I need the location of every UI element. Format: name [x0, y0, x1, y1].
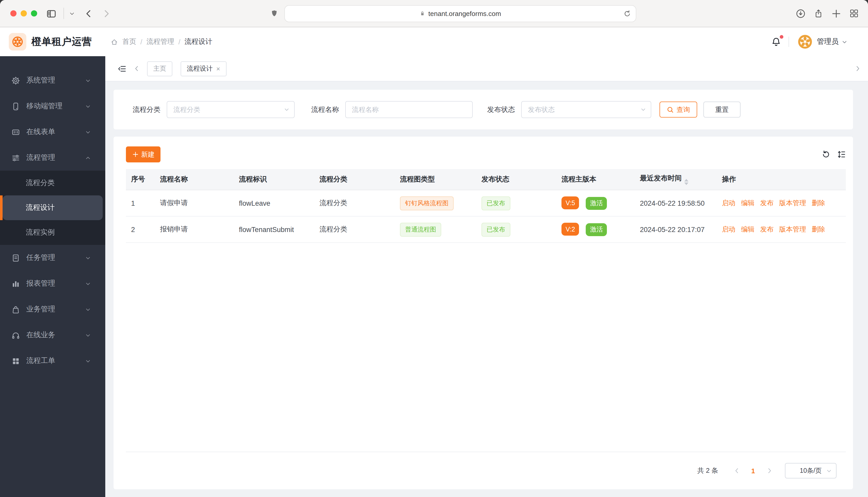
action-link[interactable]: 版本管理: [779, 225, 806, 233]
sidebar-item-label: 在线表单: [26, 127, 85, 137]
new-tab-icon[interactable]: [831, 9, 841, 18]
collapse-menu-icon[interactable]: [118, 64, 126, 73]
sidebar-item-business-management[interactable]: 业务管理: [0, 296, 105, 322]
row-density-icon[interactable]: [837, 150, 846, 159]
refresh-icon[interactable]: [822, 150, 830, 159]
flow-name-input[interactable]: [346, 106, 472, 113]
action-link[interactable]: 发布: [760, 225, 774, 233]
breadcrumb-home[interactable]: 首页: [122, 37, 136, 46]
tab-overview-icon[interactable]: [850, 9, 859, 18]
cell-category: 流程分类: [314, 190, 395, 216]
sidebar-subitem-flow-category[interactable]: 流程分类: [0, 171, 105, 195]
action-link[interactable]: 版本管理: [779, 199, 806, 207]
version-chip: V:5: [562, 197, 579, 210]
sidebar-item-label: 在线业务: [26, 330, 85, 340]
action-link[interactable]: 启动: [722, 199, 735, 207]
action-link[interactable]: 发布: [760, 199, 774, 207]
sidebar-toggle-icon[interactable]: [46, 9, 56, 18]
app-logo: [9, 33, 26, 51]
action-link[interactable]: 启动: [722, 225, 735, 233]
bag-icon: [11, 305, 20, 314]
tabs-scroll-right-icon[interactable]: [855, 66, 861, 72]
search-button[interactable]: 查询: [660, 102, 697, 117]
sidebar-item-mobile-management[interactable]: 移动端管理: [0, 93, 105, 119]
cell-version: V:2激活: [556, 216, 635, 243]
sidebar-item-flow-ticket[interactable]: 流程工单: [0, 348, 105, 374]
chevron-up-icon: [85, 155, 91, 160]
close-icon[interactable]: ×: [216, 65, 220, 72]
filter-label-status: 发布状态: [487, 105, 515, 114]
category-select[interactable]: [167, 101, 295, 118]
publish-status-select-input[interactable]: [522, 106, 651, 113]
chevron-down-icon: [85, 358, 91, 364]
action-link[interactable]: 编辑: [741, 199, 755, 207]
downloads-icon[interactable]: [796, 9, 805, 18]
reload-icon[interactable]: [623, 10, 631, 17]
user-name[interactable]: 管理员: [817, 37, 839, 46]
action-link[interactable]: 编辑: [741, 225, 755, 233]
document-icon: [11, 253, 20, 262]
page-size-value: 10条/页: [800, 466, 822, 475]
home-icon[interactable]: [110, 38, 118, 46]
active-chip: 激活: [586, 197, 607, 210]
forward-icon[interactable]: [102, 9, 111, 18]
back-icon[interactable]: [84, 9, 93, 18]
cell-actions: 启动编辑发布版本管理删除: [717, 216, 846, 243]
action-link[interactable]: 删除: [812, 225, 825, 233]
publish-status-select[interactable]: [521, 101, 651, 118]
table-row: 1请假申请flowLeave流程分类钉钉风格流程图已发布V:5激活2024-05…: [126, 190, 846, 216]
sidebar-item-flow-management[interactable]: 流程管理: [0, 145, 105, 171]
breadcrumb-flow-management[interactable]: 流程管理: [147, 37, 175, 46]
url-text: tenant.orangeforms.com: [428, 10, 501, 17]
sort-caret-icon[interactable]: [684, 179, 688, 185]
share-icon[interactable]: [814, 9, 823, 18]
column-header: 序号: [126, 169, 155, 190]
current-page[interactable]: 1: [744, 467, 762, 474]
close-window-button[interactable]: [10, 10, 16, 16]
privacy-shield-icon[interactable]: [271, 8, 278, 18]
flow-name-field[interactable]: [345, 101, 473, 118]
avatar[interactable]: [797, 34, 813, 49]
create-button[interactable]: 新建: [126, 146, 161, 162]
grid-icon: [11, 356, 20, 365]
column-header: 最近发布时间: [635, 169, 717, 190]
tab-flow-design[interactable]: 流程设计 ×: [181, 61, 226, 76]
prev-page-icon[interactable]: [730, 468, 744, 474]
sidebar-item-label: 业务管理: [26, 305, 85, 314]
sidebar-item-online-form[interactable]: 在线表单: [0, 119, 105, 145]
version-chip: V:2: [562, 223, 579, 236]
table-toolbar: 新建: [126, 137, 846, 169]
cell-version: V:5激活: [556, 190, 635, 216]
chevron-down-icon: [85, 255, 91, 260]
sidebar-subitem-flow-instance[interactable]: 流程实例: [0, 220, 105, 245]
cell-flow-name: 报销申请: [155, 216, 234, 243]
category-select-input[interactable]: [167, 106, 294, 113]
column-header: 操作: [717, 169, 846, 190]
sidebar-item-online-business[interactable]: 在线业务: [0, 322, 105, 348]
page-size-select[interactable]: 10条/页: [785, 463, 837, 479]
chevron-down-icon[interactable]: [69, 11, 75, 16]
pagination-total: 共 2 条: [698, 466, 718, 475]
action-link[interactable]: 删除: [812, 199, 825, 207]
minimize-window-button[interactable]: [20, 10, 27, 16]
tabs-scroll-left-icon[interactable]: [134, 66, 140, 72]
sidebar-item-system-management[interactable]: 系统管理: [0, 68, 105, 93]
address-bar[interactable]: tenant.orangeforms.com: [284, 5, 636, 22]
sidebar-item-task-management[interactable]: 任务管理: [0, 245, 105, 271]
tab-home[interactable]: 主页: [147, 61, 173, 76]
breadcrumb-current: 流程设计: [184, 37, 212, 46]
next-page-icon[interactable]: [762, 468, 777, 474]
diagram-type-tag: 钉钉风格流程图: [400, 196, 454, 210]
browser-window: tenant.orangeforms.com 橙单租户运营 首页 / 流程管理 …: [0, 0, 868, 497]
bar-chart-icon: [11, 279, 20, 288]
sidebar-item-report-management[interactable]: 报表管理: [0, 271, 105, 296]
app-header: 橙单租户运营 首页 / 流程管理 / 流程设计 管理员: [0, 27, 868, 56]
column-header: 流程名称: [155, 169, 234, 190]
form-icon: [11, 128, 20, 136]
chevron-down-icon[interactable]: [842, 39, 848, 45]
notification-bell-icon[interactable]: [771, 37, 781, 47]
sidebar-subitem-label: 流程实例: [26, 228, 55, 237]
sidebar-subitem-flow-design[interactable]: 流程设计: [3, 195, 103, 220]
reset-button[interactable]: 重置: [703, 102, 741, 117]
zoom-window-button[interactable]: [31, 10, 37, 16]
